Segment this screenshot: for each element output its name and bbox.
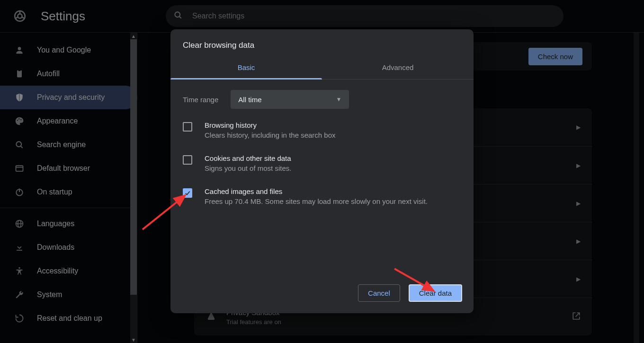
option-sub: Frees up 70.4 MB. Some sites may load mo… bbox=[205, 197, 428, 205]
dialog-title: Clear browsing data bbox=[170, 29, 474, 59]
option-browsing-history: Browsing history Clears history, includi… bbox=[170, 114, 474, 147]
option-title: Browsing history bbox=[205, 121, 336, 129]
time-range-value: All time bbox=[238, 96, 261, 104]
option-title: Cookies and other site data bbox=[205, 154, 291, 162]
time-range-label: Time range bbox=[183, 96, 218, 104]
checkbox-browsing-history[interactable] bbox=[183, 122, 192, 132]
option-cookies: Cookies and other site data Signs you ou… bbox=[170, 147, 474, 180]
caret-down-icon: ▼ bbox=[336, 96, 341, 103]
option-title: Cached images and files bbox=[205, 187, 428, 195]
time-range-row: Time range All time ▼ bbox=[170, 79, 474, 114]
clear-browsing-data-dialog: Clear browsing data Basic Advanced Time … bbox=[170, 29, 474, 313]
tab-basic[interactable]: Basic bbox=[170, 59, 322, 79]
option-sub: Signs you out of most sites. bbox=[205, 164, 291, 172]
dialog-footer: Cancel Clear data bbox=[170, 276, 474, 313]
clear-data-button[interactable]: Clear data bbox=[409, 284, 462, 302]
option-cached: Cached images and files Frees up 70.4 MB… bbox=[170, 180, 474, 213]
time-range-select[interactable]: All time ▼ bbox=[231, 90, 349, 109]
checkbox-cookies[interactable] bbox=[183, 155, 192, 165]
option-sub: Clears history, including in the search … bbox=[205, 131, 336, 139]
dialog-tabs: Basic Advanced bbox=[170, 59, 474, 79]
tab-advanced[interactable]: Advanced bbox=[322, 59, 474, 79]
cancel-button[interactable]: Cancel bbox=[358, 284, 400, 302]
checkbox-cached[interactable] bbox=[183, 188, 192, 198]
